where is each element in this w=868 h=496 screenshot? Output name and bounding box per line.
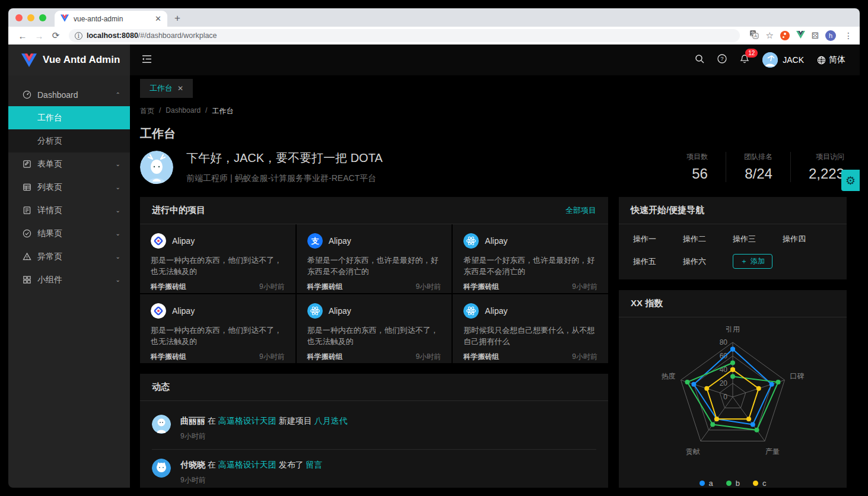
index-card-title: XX 指数 — [631, 298, 663, 309]
quicknav-link[interactable]: 操作一 — [633, 234, 683, 244]
alipay-logo-icon: 支 — [307, 233, 323, 249]
app-logo[interactable]: Vue Antd Admin — [8, 44, 130, 75]
reload-icon[interactable]: ⟳ — [49, 30, 63, 41]
help-icon[interactable]: ? — [717, 54, 727, 66]
sidebar-item-exception[interactable]: 异常页 ⌄ — [8, 245, 130, 268]
activity-object-link[interactable]: 留言 — [306, 460, 323, 469]
back-icon[interactable]: ← — [15, 31, 30, 41]
activity-object-link[interactable]: 八月迭代 — [314, 416, 348, 425]
quicknav-link[interactable]: 操作二 — [683, 234, 733, 244]
project-group-link[interactable]: 科学搬砖组 — [463, 282, 499, 292]
sidebar-item-form[interactable]: 表单页 ⌄ — [8, 152, 130, 176]
sidebar-item-widgets[interactable]: 小组件 ⌄ — [8, 268, 130, 291]
tab-close-icon[interactable]: ✕ — [155, 14, 161, 23]
chevron-down-icon: ⌄ — [116, 184, 120, 190]
project-card[interactable]: Alipay 那是一种内在的东西，他们到达不了，也无法触及的 科学搬砖组 9小时… — [140, 294, 295, 363]
app-title: Vue Antd Admin — [43, 54, 120, 66]
main-content: 工作台 ✕ 首页/ Dashboard/ 工作台 工作台 — [130, 75, 860, 488]
breadcrumb-home[interactable]: 首页 — [140, 106, 154, 116]
project-group-link[interactable]: 科学搬砖组 — [463, 352, 499, 362]
project-group-link[interactable]: 科学搬砖组 — [151, 282, 186, 292]
user-menu[interactable]: JACK — [762, 52, 804, 68]
browser-tab[interactable]: vue-antd-admin ✕ — [55, 11, 167, 27]
address-bar[interactable]: i localhost:8080/#/dashboard/workplace — [69, 29, 740, 42]
legend-item[interactable]: b — [726, 479, 740, 488]
sidebar-item-detail[interactable]: 详情页 ⌄ — [8, 199, 130, 222]
activity-group-link[interactable]: 高逼格设计天团 — [218, 416, 276, 425]
svg-text:?: ? — [721, 56, 724, 62]
toolbar-extensions: 文A ☆ ⚄ h ⋮ — [749, 30, 853, 42]
project-card[interactable]: Alipay 那是一种内在的东西，他们到达不了，也无法触及的 科学搬砖组 9小时… — [297, 294, 452, 363]
page-title: 工作台 — [140, 126, 847, 142]
all-projects-link[interactable]: 全部项目 — [565, 205, 596, 216]
activity-group-link[interactable]: 高逼格设计天团 — [218, 460, 276, 469]
project-group-link[interactable]: 科学搬砖组 — [307, 352, 343, 362]
activity-card: 动态 曲丽丽 — [140, 374, 608, 488]
close-window-button[interactable] — [15, 14, 23, 21]
search-icon[interactable] — [695, 54, 704, 66]
project-card[interactable]: Alipay 那是一种内在的东西，他们到达不了，也无法触及的 科学搬砖组 9小时… — [140, 224, 295, 293]
svg-text:口碑: 口碑 — [790, 372, 804, 380]
vue-logo-icon — [21, 53, 37, 67]
projects-grid: Alipay 那是一种内在的东西，他们到达不了，也无法触及的 科学搬砖组 9小时… — [140, 224, 608, 363]
header-actions: ? 12 JACK 简体 — [695, 52, 860, 68]
sidebar-item-dashboard[interactable]: Dashboard ⌃ — [8, 83, 130, 106]
minimize-window-button[interactable] — [27, 14, 34, 21]
react-logo-icon — [307, 303, 323, 319]
radar-chart: 引用口碑产量贡献热度020406080 — [619, 321, 847, 474]
maximize-window-button[interactable] — [39, 14, 46, 21]
blocks-icon — [23, 275, 31, 284]
breadcrumb-dashboard[interactable]: Dashboard — [166, 106, 201, 116]
tab-close-icon[interactable]: ✕ — [177, 84, 183, 93]
quicknav-link[interactable]: 操作五 — [633, 256, 683, 267]
activity-user[interactable]: 付晓晓 — [180, 460, 205, 469]
browser-profile-avatar[interactable]: h — [825, 30, 836, 41]
chevron-down-icon: ⌄ — [116, 276, 120, 283]
user-big-avatar — [140, 151, 173, 184]
forward-icon[interactable]: → — [32, 31, 46, 41]
quicknav-link[interactable]: 操作六 — [683, 256, 733, 267]
notification-bell-icon[interactable]: 12 — [740, 54, 749, 66]
add-button[interactable]: ＋添加 — [733, 254, 772, 269]
username: JACK — [783, 55, 804, 65]
radar-legend[interactable]: abc — [619, 476, 847, 488]
page-tab-workplace[interactable]: 工作台 ✕ — [140, 79, 193, 98]
locale-switcher[interactable]: 简体 — [817, 55, 845, 65]
translate-icon[interactable]: 文A — [749, 30, 759, 42]
stat-visits: 项目访问 2,223 — [790, 152, 847, 182]
chevron-down-icon: ⌄ — [116, 207, 120, 214]
legend-item[interactable]: a — [700, 479, 713, 488]
project-card[interactable]: Alipay 希望是一个好东西，也许是最好的，好东西是不会消亡的 科学搬砖组 9… — [453, 224, 608, 293]
activity-user[interactable]: 曲丽丽 — [180, 416, 205, 425]
url-text: localhost:8080/#/dashboard/workplace — [87, 31, 217, 40]
theme-settings-button[interactable]: ⚙ — [841, 170, 860, 191]
app-body: Dashboard ⌃ 工作台 分析页 表单页 ⌄ 列表页 ⌄ — [8, 75, 860, 488]
svg-text:60: 60 — [720, 352, 728, 360]
legend-item[interactable]: c — [753, 479, 767, 488]
quicknav-link[interactable]: 操作三 — [733, 234, 783, 244]
project-group-link[interactable]: 科学搬砖组 — [151, 352, 186, 362]
site-info-icon[interactable]: i — [75, 32, 82, 40]
projects-card: 进行中的项目 全部项目 Alipay 那是 — [140, 197, 608, 363]
quicknav-card: 快速开始/便捷导航 操作一 操作二 操作三 操作四 操作五 操作六 ＋添加 — [619, 197, 847, 279]
sidebar-item-workplace[interactable]: 工作台 — [8, 106, 130, 129]
project-card[interactable]: 支 Alipay 希望是一个好东西，也许是最好的，好东西是不会消亡的 科学搬砖组… — [297, 224, 452, 293]
plus-icon: ＋ — [740, 256, 748, 266]
table-icon — [23, 183, 31, 192]
extensions-puzzle-icon[interactable]: ⚄ — [812, 31, 819, 40]
sidebar-item-list[interactable]: 列表页 ⌄ — [8, 176, 130, 199]
vue-devtools-icon[interactable] — [796, 30, 805, 41]
project-group-link[interactable]: 科学搬砖组 — [307, 282, 343, 292]
menu-fold-icon[interactable] — [142, 55, 152, 66]
extension-orange-icon[interactable] — [780, 31, 790, 40]
activity-time: 9小时前 — [180, 431, 348, 441]
project-card[interactable]: Alipay 那时候我只会想自己想要什么，从不想自己拥有什么 科学搬砖组 9小时… — [453, 294, 608, 363]
bookmark-star-icon[interactable]: ☆ — [765, 30, 773, 41]
chevron-down-icon: ⌄ — [116, 253, 120, 260]
browser-menu-icon[interactable]: ⋮ — [844, 31, 853, 40]
check-circle-icon — [23, 229, 31, 238]
sidebar-item-result[interactable]: 结果页 ⌄ — [8, 222, 130, 245]
quicknav-link[interactable]: 操作四 — [783, 234, 832, 244]
sidebar-item-analysis[interactable]: 分析页 — [8, 129, 130, 152]
new-tab-button[interactable]: + — [174, 12, 180, 24]
